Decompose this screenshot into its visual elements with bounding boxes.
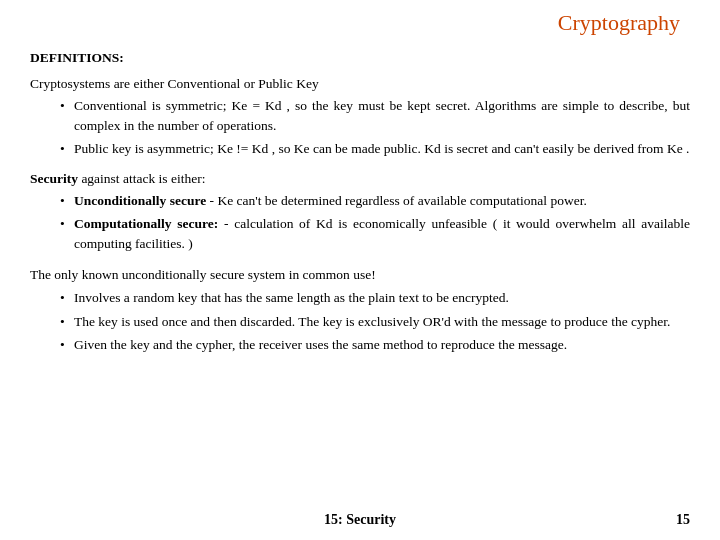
bullet-rest: - Ke can't be determined regardless of a… — [206, 193, 587, 208]
section2-heading-rest: against attack is either: — [78, 171, 205, 186]
footer: 15: Security 15 — [0, 512, 720, 528]
section1-heading: Cryptosystems are either Conventional or… — [30, 76, 690, 92]
section2-bullets: Unconditionally secure - Ke can't be det… — [30, 191, 690, 254]
list-item: Unconditionally secure - Ke can't be det… — [60, 191, 690, 211]
bullet-text: Given the key and the cypher, the receiv… — [74, 337, 567, 352]
section-security: Security against attack is either: Uncon… — [30, 171, 690, 254]
bullet-text: Involves a random key that has the same … — [74, 290, 509, 305]
list-item: Computationally secure: - calculation of… — [60, 214, 690, 253]
page-title: Cryptography — [30, 10, 690, 36]
bullet-bold: Computationally secure: — [74, 216, 218, 231]
bullet-text: Public key is asymmetric; Ke != Kd , so … — [74, 141, 689, 156]
list-item: Given the key and the cypher, the receiv… — [60, 335, 690, 355]
definitions-label: DEFINITIONS: — [30, 50, 690, 66]
section3-bullets: Involves a random key that has the same … — [30, 288, 690, 355]
section3-intro: The only known unconditionally secure sy… — [30, 265, 690, 285]
section2-heading-bold: Security — [30, 171, 78, 186]
section-unconditional: The only known unconditionally secure sy… — [30, 265, 690, 354]
bullet-text: Conventional is symmetric; Ke = Kd , so … — [74, 98, 690, 133]
list-item: Involves a random key that has the same … — [60, 288, 690, 308]
list-item: The key is used once and then discarded.… — [60, 312, 690, 332]
page: Cryptography DEFINITIONS: Cryptosystems … — [0, 0, 720, 540]
list-item: Public key is asymmetric; Ke != Kd , so … — [60, 139, 690, 159]
list-item: Conventional is symmetric; Ke = Kd , so … — [60, 96, 690, 135]
section-cryptosystems: Cryptosystems are either Conventional or… — [30, 76, 690, 159]
section2-heading: Security against attack is either: — [30, 171, 690, 187]
bullet-text: The key is used once and then discarded.… — [74, 314, 670, 329]
section1-bullets: Conventional is symmetric; Ke = Kd , so … — [30, 96, 690, 159]
footer-page-number: 15 — [396, 512, 690, 528]
footer-center-label: 15: Security — [324, 512, 396, 528]
bullet-bold: Unconditionally secure — [74, 193, 206, 208]
